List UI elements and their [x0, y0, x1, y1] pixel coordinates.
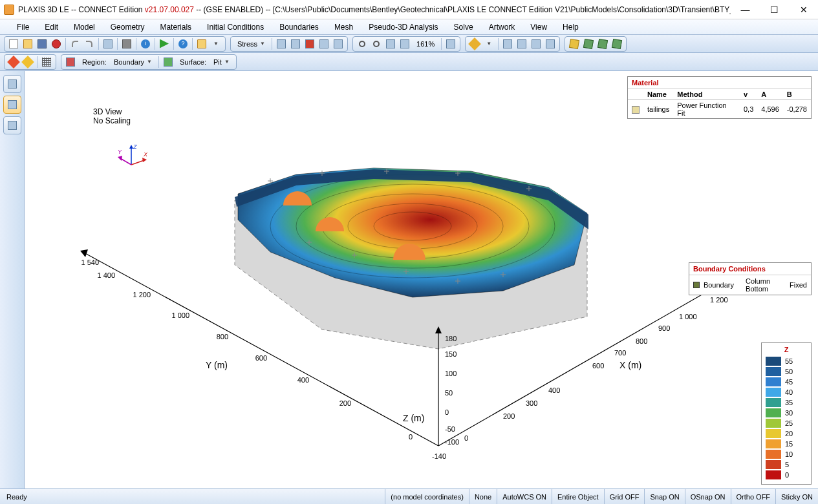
zoom-fit-button[interactable]	[384, 37, 397, 50]
zoom-fit-icon	[386, 39, 395, 48]
delete-button[interactable]	[50, 37, 63, 50]
material-row[interactable]: tailings Power Function Fit 0,3 4,596 -0…	[628, 100, 811, 119]
menu-edit[interactable]: Edit	[37, 21, 66, 34]
menu-solve[interactable]: Solve	[446, 21, 481, 34]
legend-value: 20	[785, 430, 793, 437]
app-icon	[4, 5, 14, 15]
menu-boundaries[interactable]: Boundaries	[272, 21, 327, 34]
diamond-icon	[7, 56, 20, 68]
screen-button[interactable]	[102, 37, 114, 50]
viewport-3d[interactable]: 3D View No Scaling Z X Y	[25, 71, 818, 488]
tool-e-button[interactable]	[332, 37, 345, 50]
legend-swatch	[766, 439, 781, 448]
dock-view3-button[interactable]	[3, 116, 21, 134]
close-button[interactable]: ✕	[789, 0, 818, 19]
zoom-out-icon	[373, 41, 380, 47]
view-icon	[8, 79, 17, 89]
legend-row: 15	[766, 439, 807, 449]
line-button[interactable]	[501, 37, 514, 50]
redo-button[interactable]	[83, 37, 96, 50]
zoom-window-button[interactable]	[398, 37, 411, 50]
pencil-dropdown[interactable]: ▼	[482, 37, 495, 50]
legend-value: 50	[785, 368, 793, 375]
maximize-button[interactable]: ☐	[760, 0, 789, 19]
menu-mesh[interactable]: Mesh	[327, 21, 361, 34]
legend-row: 0	[766, 470, 807, 480]
menu-pseudo-3d-analysis[interactable]: Pseudo-3D Analysis	[361, 21, 446, 34]
app-version: v21.07.00.027	[145, 5, 194, 14]
surface-icon-button[interactable]	[162, 56, 175, 68]
dock-view1-button[interactable]	[3, 75, 21, 93]
status-autowcs-on[interactable]: AutoWCS ON	[497, 489, 552, 504]
help-button[interactable]: ?	[177, 37, 189, 50]
print-button[interactable]	[120, 37, 133, 50]
tool-d-button[interactable]	[318, 37, 330, 50]
status-ortho-off[interactable]: Ortho OFF	[731, 489, 776, 504]
legend-swatch	[766, 460, 781, 469]
region-dropdown[interactable]: Region: Boundary ▼	[78, 56, 156, 68]
menu-file[interactable]: File	[9, 21, 37, 34]
status-osnap-on[interactable]: OSnap ON	[685, 489, 731, 504]
minimize-button[interactable]: —	[731, 0, 760, 19]
new-button[interactable]	[7, 37, 20, 50]
run-button[interactable]	[158, 37, 171, 50]
polyline-icon	[517, 39, 526, 48]
status-snap-on[interactable]: Snap ON	[644, 489, 684, 504]
info-button[interactable]: i	[139, 37, 152, 50]
status-none[interactable]: None	[469, 489, 497, 504]
menu-help[interactable]: Help	[555, 21, 587, 34]
menu-initial-conditions[interactable]: Initial Conditions	[199, 21, 272, 34]
help-icon: ?	[178, 39, 188, 48]
zoom-level[interactable]: 161%	[413, 37, 438, 50]
menu-artwork[interactable]: Artwork	[481, 21, 523, 34]
cube2-button[interactable]	[582, 37, 595, 50]
bc-row: Boundary Column Bottom Fixed	[689, 275, 811, 295]
separator	[65, 38, 66, 50]
svg-text:400: 400	[548, 386, 560, 394]
menu-materials[interactable]: Materials	[152, 21, 199, 34]
legend-row: 30	[766, 408, 807, 418]
separator	[117, 38, 118, 50]
expand-button[interactable]	[444, 37, 457, 50]
legend-value: 35	[785, 399, 793, 406]
mode2-button[interactable]	[21, 56, 34, 68]
cube1-button[interactable]	[568, 37, 581, 50]
mode1-button[interactable]	[7, 56, 20, 68]
cube3-button[interactable]	[596, 37, 609, 50]
zoom-in-button[interactable]	[356, 37, 369, 50]
tool-a-button[interactable]	[275, 37, 288, 50]
tool-c-button[interactable]	[303, 37, 316, 50]
separator	[192, 38, 193, 50]
menu-view[interactable]: View	[522, 21, 555, 34]
status-entire-object[interactable]: Entire Object	[552, 489, 604, 504]
view-icon	[8, 100, 17, 109]
pencil-button[interactable]	[468, 37, 481, 50]
dock-view2-button[interactable]	[3, 96, 21, 114]
status-sticky-on[interactable]: Sticky ON	[775, 489, 818, 504]
folder-button[interactable]	[195, 37, 208, 50]
surface-dropdown[interactable]: Surface: Pit ▼	[176, 56, 233, 68]
chevron-down-icon: ▼	[213, 41, 219, 47]
menu-model[interactable]: Model	[66, 21, 103, 34]
save-button[interactable]	[36, 37, 48, 50]
region-icon-button[interactable]	[64, 56, 77, 68]
curve-button[interactable]	[544, 37, 557, 50]
undo-button[interactable]	[69, 37, 81, 50]
tool-b-button[interactable]	[289, 37, 302, 50]
menu-geometry[interactable]: Geometry	[103, 21, 153, 34]
cube4-button[interactable]	[610, 37, 623, 50]
zoom-out-button[interactable]	[370, 37, 383, 50]
shape-button[interactable]	[530, 37, 543, 50]
material-panel: Material NameMethodvAB tailings Power Fu…	[627, 76, 812, 119]
grid-button[interactable]	[40, 56, 53, 68]
polyline-button[interactable]	[515, 37, 528, 50]
folder-dropdown[interactable]: ▼	[210, 37, 222, 50]
mat-header: Name	[643, 89, 673, 100]
status-grid-off[interactable]: Grid OFF	[604, 489, 645, 504]
tool-icon	[305, 39, 314, 48]
open-button[interactable]	[21, 37, 34, 50]
svg-text:-100: -100	[445, 438, 459, 446]
toolbar-region: Region: Boundary ▼ Surface: Pit ▼	[0, 53, 818, 71]
chevron-down-icon: ▼	[224, 59, 230, 65]
stress-dropdown[interactable]: Stress ▼	[233, 37, 269, 50]
